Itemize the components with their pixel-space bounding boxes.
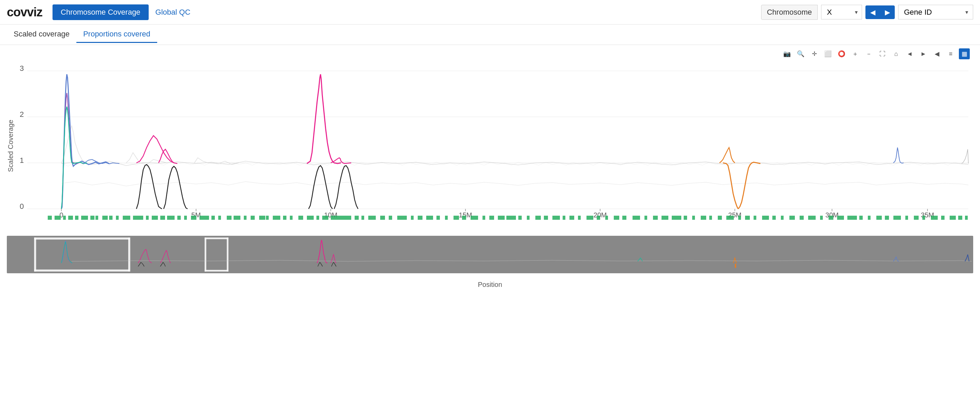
compare-left-icon[interactable]: ◀ (932, 48, 942, 59)
svg-rect-112 (800, 216, 804, 220)
gene-id-select[interactable]: Gene ID (898, 5, 973, 19)
svg-rect-77 (482, 216, 485, 220)
svg-rect-54 (266, 216, 269, 220)
svg-rect-116 (837, 216, 844, 220)
zoom-icon[interactable]: 🔍 (795, 48, 806, 59)
svg-rect-99 (684, 216, 687, 220)
svg-rect-28 (63, 216, 66, 220)
svg-rect-132 (34, 238, 36, 272)
svg-rect-34 (102, 216, 108, 220)
svg-rect-114 (820, 216, 823, 220)
svg-rect-106 (745, 216, 750, 220)
svg-rect-43 (177, 216, 181, 220)
svg-rect-26 (48, 216, 52, 220)
tab-proportions-covered[interactable]: Proportions covered (76, 26, 157, 43)
svg-rect-89 (587, 216, 593, 220)
svg-rect-33 (95, 216, 98, 220)
svg-rect-102 (709, 216, 712, 220)
svg-rect-44 (184, 216, 187, 220)
svg-rect-50 (234, 216, 240, 220)
svg-rect-103 (718, 216, 722, 220)
pan-left-icon[interactable]: ◄ (904, 48, 915, 59)
svg-rect-84 (544, 216, 548, 220)
svg-rect-97 (662, 216, 668, 220)
svg-rect-136 (205, 238, 206, 272)
chromosome-select[interactable]: X 123 Y (821, 5, 862, 19)
position-label: Position (7, 281, 973, 288)
svg-rect-137 (205, 238, 229, 239)
svg-rect-79 (498, 216, 505, 220)
chart-container: 📷 🔍 ✛ ⬜ ⭕ ＋ － ⛶ ⌂ ◄ ► ◀ ≡ ▦ 3 2 1 0 Scal… (0, 45, 980, 232)
chromosome-label: Chromosome (761, 5, 818, 20)
svg-rect-85 (552, 216, 560, 220)
svg-rect-76 (471, 216, 478, 220)
chromosome-coverage-chart: 3 2 1 0 Scaled Coverage 0 5M 10M (7, 61, 973, 231)
list-icon[interactable]: ≡ (945, 48, 956, 59)
nav-prev-button[interactable]: ◀ (865, 5, 880, 19)
svg-rect-63 (355, 216, 359, 220)
svg-rect-73 (445, 216, 448, 220)
svg-rect-125 (923, 216, 925, 220)
nav-arrows: ◀ ▶ (865, 5, 895, 19)
svg-rect-68 (397, 216, 407, 220)
svg-rect-98 (672, 216, 681, 220)
svg-rect-65 (368, 216, 376, 220)
svg-rect-35 (109, 216, 113, 220)
svg-rect-58 (298, 216, 303, 220)
nav-next-button[interactable]: ▶ (880, 5, 895, 19)
svg-rect-108 (762, 216, 769, 220)
svg-rect-60 (317, 216, 319, 220)
svg-rect-122 (893, 216, 901, 220)
svg-rect-67 (389, 216, 392, 220)
svg-rect-94 (633, 216, 640, 220)
svg-rect-88 (578, 216, 581, 220)
svg-rect-96 (653, 216, 658, 220)
svg-rect-100 (692, 216, 695, 220)
minimap-chart (7, 236, 973, 277)
svg-rect-49 (227, 216, 232, 220)
svg-text:3: 3 (20, 64, 24, 73)
camera-icon[interactable]: 📷 (781, 48, 792, 59)
crosshair-icon[interactable]: ✛ (809, 48, 820, 59)
svg-rect-111 (789, 216, 795, 220)
svg-rect-95 (644, 216, 647, 220)
global-qc-button[interactable]: Global QC (156, 8, 191, 17)
zoom-in-icon[interactable]: ＋ (850, 48, 861, 59)
tab-scaled-coverage[interactable]: Scaled coverage (7, 26, 76, 43)
svg-rect-45 (191, 216, 196, 220)
svg-rect-139 (227, 238, 229, 272)
svg-rect-40 (152, 216, 158, 220)
header: covviz Chromosome Coverage Global QC Chr… (0, 0, 980, 25)
svg-rect-52 (251, 216, 255, 220)
svg-rect-42 (167, 216, 175, 220)
home-icon[interactable]: ⌂ (891, 48, 902, 59)
svg-rect-90 (597, 216, 600, 220)
zoom-out-icon[interactable]: － (863, 48, 874, 59)
bar-chart-icon[interactable]: ▦ (959, 48, 970, 59)
chromosome-coverage-button[interactable]: Chromosome Coverage (52, 5, 149, 20)
svg-rect-120 (877, 216, 882, 220)
svg-text:0: 0 (20, 202, 24, 211)
lasso-icon[interactable]: ⭕ (836, 48, 847, 59)
svg-rect-70 (418, 216, 423, 220)
pan-right-icon[interactable]: ► (918, 48, 929, 59)
svg-text:Scaled Coverage: Scaled Coverage (7, 120, 14, 172)
svg-rect-105 (738, 216, 741, 220)
svg-rect-55 (273, 216, 280, 220)
chart-toolbar: 📷 🔍 ✛ ⬜ ⭕ ＋ － ⛶ ⌂ ◄ ► ◀ ≡ ▦ (7, 48, 973, 59)
svg-rect-72 (436, 216, 440, 220)
svg-rect-93 (622, 216, 627, 220)
svg-rect-119 (868, 216, 870, 220)
svg-rect-86 (563, 216, 565, 220)
autoscale-icon[interactable]: ⛶ (877, 48, 888, 59)
svg-rect-56 (283, 216, 286, 220)
svg-text:2: 2 (20, 110, 24, 119)
svg-rect-115 (829, 216, 834, 220)
svg-rect-30 (75, 216, 78, 220)
select-box-icon[interactable]: ⬜ (822, 48, 834, 59)
svg-rect-82 (527, 216, 530, 220)
svg-rect-47 (212, 216, 215, 220)
svg-rect-135 (128, 238, 130, 272)
svg-rect-29 (68, 216, 73, 220)
svg-rect-121 (885, 216, 889, 220)
